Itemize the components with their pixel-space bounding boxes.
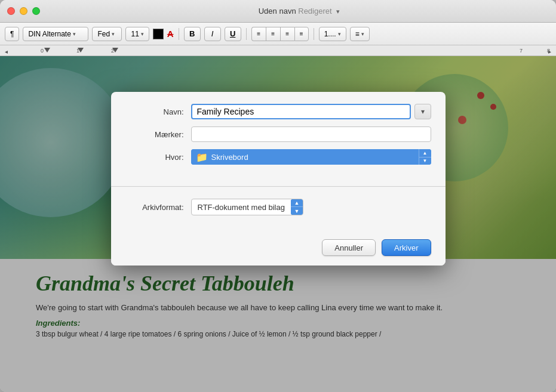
list-chevron: ▾ <box>338 31 341 37</box>
ruler-right-margin[interactable]: ▸ <box>548 48 551 55</box>
bold-button[interactable]: B <box>184 27 201 41</box>
title-chevron[interactable]: ▾ <box>336 8 340 15</box>
main-window: Uden navn Redigeret ▾ ¶ DIN Alternate ▾ … <box>0 0 556 392</box>
dialog-overlay: Navn: ▾ Mærker: Hvor: <box>0 56 556 392</box>
font-size-label: 11 <box>131 30 139 38</box>
font-style-label: Fed <box>97 30 110 38</box>
strikethrough-icon: A <box>167 29 174 39</box>
minimize-button[interactable] <box>20 7 27 15</box>
italic-label: I <box>211 29 214 38</box>
list-style-button[interactable]: 1.... ▾ <box>319 27 346 41</box>
dialog-divider <box>111 186 446 187</box>
paragraph-icon: ¶ <box>10 30 14 38</box>
window-title: Uden navn Redigeret ▾ <box>50 7 549 16</box>
close-button[interactable] <box>7 7 15 15</box>
align-left-button[interactable]: ≡ <box>251 27 266 41</box>
location-row: Hvor: 📁 Skrivebord ▲ ▼ <box>125 149 431 165</box>
save-dialog: Navn: ▾ Mærker: Hvor: <box>111 92 446 266</box>
dialog-content: Navn: ▾ Mærker: Hvor: <box>111 92 446 184</box>
format-stepper: ▲ ▼ <box>291 199 303 215</box>
ruler-mark-2: 2 <box>111 48 114 54</box>
underline-label: U <box>230 29 235 38</box>
location-folder-icon: 📁 <box>196 152 208 163</box>
maximize-button[interactable] <box>32 7 40 15</box>
window-title-text: Uden navn <box>259 7 296 16</box>
font-style-chevron: ▾ <box>112 31 115 37</box>
window-controls <box>7 7 40 15</box>
format-stepper-up[interactable]: ▲ <box>291 199 303 207</box>
italic-button[interactable]: I <box>204 27 221 41</box>
location-stepper-up[interactable]: ▲ <box>419 149 431 158</box>
ruler: ◂ 0 1 2 7 8 ▸ <box>0 45 556 56</box>
ruler-mark-0: 0 <box>41 48 44 54</box>
titlebar: Uden navn Redigeret ▾ <box>0 0 556 23</box>
paragraph-button[interactable]: ¶ <box>5 27 19 41</box>
format-stepper-down[interactable]: ▼ <box>291 207 303 215</box>
font-size-chevron: ▾ <box>141 31 144 37</box>
format-selector[interactable]: RTF-dokument med bilag ▲ ▼ <box>191 199 303 215</box>
list-label: 1.... <box>324 30 336 38</box>
save-button[interactable]: Arkiver <box>382 239 431 256</box>
tags-input[interactable] <box>191 126 431 142</box>
document-area: Grandma's Secret Tabbouleh We're going t… <box>0 56 556 392</box>
divider-1 <box>179 28 179 40</box>
name-input[interactable] <box>191 104 411 119</box>
list-icon-chevron: ▾ <box>361 31 364 37</box>
format-value: RTF-dokument med bilag <box>192 203 291 212</box>
divider-3 <box>314 28 314 40</box>
ruler-mark-1: 1 <box>76 48 79 54</box>
toolbar: ¶ DIN Alternate ▾ Fed ▾ 11 ▾ A B I U ≡ <box>0 23 556 45</box>
alignment-group: ≡ ≡ ≡ ≡ <box>251 27 309 41</box>
list-icon: ≡ <box>355 30 360 38</box>
font-name-selector[interactable]: DIN Alternate ▾ <box>23 27 88 41</box>
window-subtitle: Redigeret <box>298 7 331 16</box>
align-right-button[interactable]: ≡ <box>280 27 294 41</box>
strikethrough-button[interactable]: A <box>167 29 174 39</box>
ruler-tab-1[interactable] <box>44 48 50 53</box>
ruler-mark-7: 7 <box>520 48 523 54</box>
location-select-inner[interactable]: 📁 Skrivebord <box>191 149 419 165</box>
font-style-selector[interactable]: Fed ▾ <box>92 27 122 41</box>
divider-2 <box>246 28 247 40</box>
dialog-buttons: Annuller Arkiver <box>111 232 446 266</box>
ruler-content: 0 1 2 7 8 <box>0 45 556 55</box>
font-name-chevron: ▾ <box>73 31 76 37</box>
location-value: Skrivebord <box>211 153 414 162</box>
underline-button[interactable]: U <box>225 27 241 41</box>
font-name-label: DIN Alternate <box>28 30 70 38</box>
name-dropdown-icon: ▾ <box>421 107 425 116</box>
name-dropdown-button[interactable]: ▾ <box>414 104 431 119</box>
location-label: Hvor: <box>125 153 191 162</box>
location-selector[interactable]: 📁 Skrivebord ▲ ▼ <box>191 149 431 165</box>
cancel-button[interactable]: Annuller <box>322 239 376 256</box>
location-stepper-down[interactable]: ▼ <box>419 158 431 165</box>
tags-label: Mærker: <box>125 130 191 139</box>
bold-label: B <box>189 29 195 38</box>
location-stepper: ▲ ▼ <box>419 149 431 165</box>
name-row: Navn: ▾ <box>125 104 431 119</box>
list-icon-button[interactable]: ≡ ▾ <box>350 27 370 41</box>
align-center-button[interactable]: ≡ <box>266 27 280 41</box>
tags-row: Mærker: <box>125 126 431 142</box>
align-justify-button[interactable]: ≡ <box>294 27 309 41</box>
name-label: Navn: <box>125 107 191 116</box>
format-section: Arkivformat: RTF-dokument med bilag ▲ ▼ <box>111 194 446 232</box>
text-color-button[interactable] <box>153 29 164 39</box>
format-label: Arkivformat: <box>125 203 191 212</box>
font-size-selector[interactable]: 11 ▾ <box>125 27 149 41</box>
format-row: Arkivformat: RTF-dokument med bilag ▲ ▼ <box>125 199 431 215</box>
